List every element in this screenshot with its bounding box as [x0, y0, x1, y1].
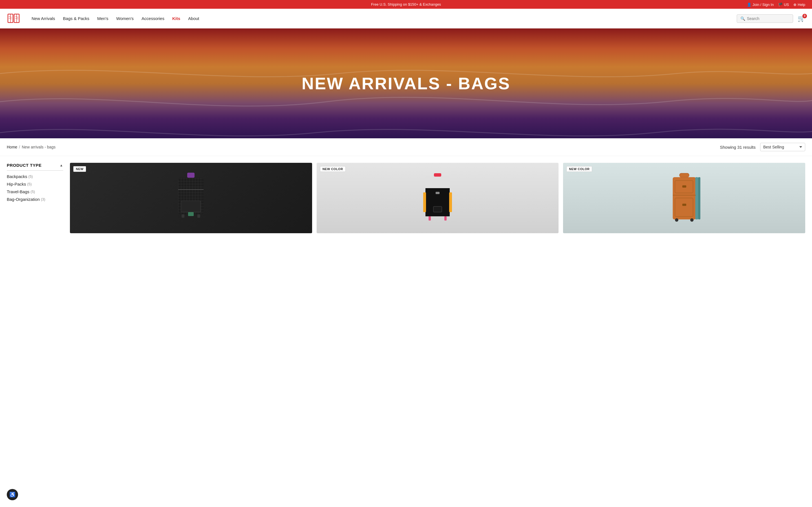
- join-signin-link[interactable]: 👤 Join / Sign In: [747, 2, 774, 6]
- filter-bag-organization[interactable]: Bag-Organization (3): [7, 197, 63, 202]
- nav-new-arrivals[interactable]: New Arrivals: [32, 16, 55, 21]
- showing-results: Showing 31 results: [720, 145, 756, 150]
- product-card[interactable]: NEW COLOR: [563, 163, 805, 233]
- svg-rect-30: [682, 185, 686, 187]
- breadcrumb-current: New arrivals - bags: [22, 145, 56, 149]
- cart-badge: 0: [802, 14, 807, 18]
- filter-section-title[interactable]: PRODUCT TYPE ▲: [7, 163, 63, 171]
- breadcrumb-separator: /: [19, 145, 20, 149]
- product-badge: NEW COLOR: [566, 166, 592, 172]
- header-right: 🔍 🛒 0: [737, 14, 805, 23]
- svg-rect-18: [449, 192, 452, 212]
- product-image: [70, 163, 312, 233]
- top-banner: Free U.S. Shipping on $150+ & Exchanges …: [0, 0, 812, 9]
- search-box: 🔍: [737, 14, 793, 23]
- product-grid: NEW: [70, 163, 805, 233]
- breadcrumb-home[interactable]: Home: [7, 145, 17, 149]
- nav-mens[interactable]: Men's: [97, 16, 109, 21]
- main-content: PRODUCT TYPE ▲ Backpacks (5) Hip-Packs (…: [0, 156, 812, 240]
- nav-about[interactable]: About: [188, 16, 199, 21]
- help-icon: ⊕: [794, 2, 797, 6]
- filter-travel-bags[interactable]: Travel-Bags (5): [7, 189, 63, 194]
- search-icon: 🔍: [741, 16, 745, 21]
- breadcrumb-bar: Home / New arrivals - bags Showing 31 re…: [0, 138, 812, 156]
- results-sort: Showing 31 results Best Selling Price: L…: [720, 143, 805, 151]
- svg-point-33: [690, 218, 694, 222]
- filter-list: Backpacks (5) Hip-Packs (5) Travel-Bags …: [7, 174, 63, 202]
- search-input[interactable]: [747, 16, 790, 21]
- svg-rect-21: [428, 216, 431, 221]
- svg-rect-20: [436, 192, 440, 194]
- banner-right: 👤 Join / Sign In 🏴 US ⊕ Help: [747, 2, 805, 6]
- svg-rect-10: [188, 212, 194, 216]
- chevron-up-icon: ▲: [60, 163, 63, 167]
- svg-rect-23: [434, 207, 442, 212]
- nav-kits[interactable]: Kits: [172, 16, 180, 21]
- product-card[interactable]: NEW: [70, 163, 312, 233]
- product-image: [317, 163, 559, 233]
- svg-rect-29: [675, 198, 693, 217]
- site-header: New Arrivals Bags & Packs Men's Women's …: [0, 9, 812, 29]
- bag1-svg: [172, 170, 209, 226]
- bag2-svg: [419, 170, 456, 226]
- nav-bags-packs[interactable]: Bags & Packs: [63, 16, 89, 21]
- breadcrumb: Home / New arrivals - bags: [7, 145, 56, 149]
- logo[interactable]: [7, 12, 20, 25]
- svg-rect-16: [425, 188, 450, 189]
- user-icon: 👤: [747, 2, 751, 6]
- svg-rect-12: [182, 214, 185, 218]
- svg-rect-31: [682, 204, 686, 206]
- nav-womens[interactable]: Women's: [116, 16, 134, 21]
- filter-hip-packs[interactable]: Hip-Packs (5): [7, 182, 63, 186]
- svg-point-32: [675, 218, 678, 222]
- filter-backpacks[interactable]: Backpacks (5): [7, 174, 63, 179]
- svg-rect-26: [695, 177, 698, 219]
- nav-accessories[interactable]: Accessories: [142, 16, 164, 21]
- hero-banner: NEW ARRIVALS - BAGS: [0, 29, 812, 138]
- country-link[interactable]: 🏴 US: [778, 2, 789, 6]
- main-nav: New Arrivals Bags & Packs Men's Women's …: [32, 16, 737, 21]
- svg-rect-24: [679, 173, 689, 177]
- svg-rect-9: [181, 201, 201, 212]
- product-card[interactable]: NEW COLOR: [317, 163, 559, 233]
- sort-select[interactable]: Best Selling Price: Low to High Price: H…: [760, 143, 805, 151]
- banner-text: Free U.S. Shipping on $150+ & Exchanges: [371, 2, 441, 6]
- svg-rect-19: [434, 173, 441, 177]
- hero-title: NEW ARRIVALS - BAGS: [302, 74, 510, 93]
- product-image: [563, 163, 805, 233]
- bag3-svg: [666, 170, 703, 226]
- svg-rect-17: [423, 192, 426, 212]
- svg-rect-34: [698, 177, 700, 219]
- help-link[interactable]: ⊕ Help: [794, 2, 805, 6]
- cart-button[interactable]: 🛒 0: [798, 15, 805, 22]
- product-badge: NEW: [73, 166, 86, 172]
- svg-rect-13: [197, 214, 200, 218]
- sidebar: PRODUCT TYPE ▲ Backpacks (5) Hip-Packs (…: [7, 163, 63, 233]
- flag-icon: 🏴: [778, 2, 783, 6]
- svg-rect-22: [444, 216, 447, 221]
- product-badge: NEW COLOR: [320, 166, 346, 172]
- svg-rect-6: [187, 173, 195, 178]
